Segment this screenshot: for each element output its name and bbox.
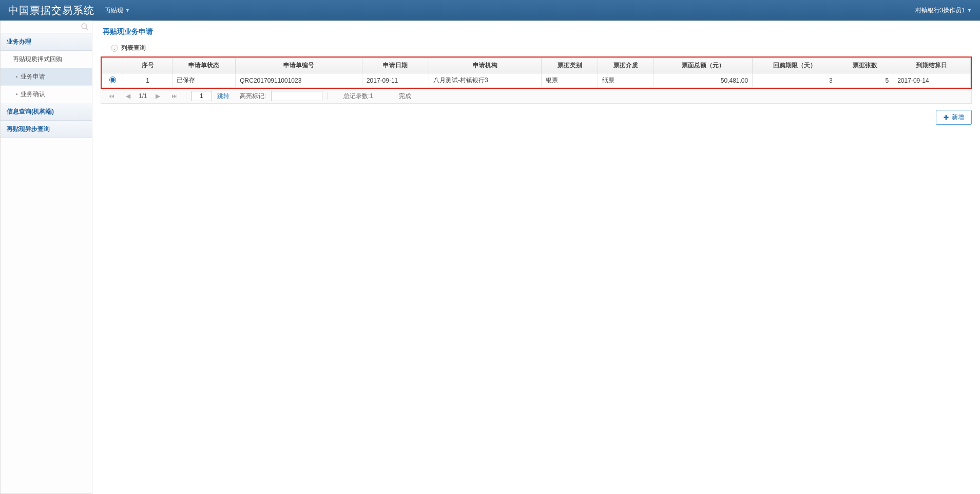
list-panel: ⌄ 列表查询 序号 申请单状态 申请单编号 申请日期 申请机构 [101, 44, 972, 125]
sidebar-subitem-apply[interactable]: 业务申请 [1, 68, 92, 86]
nav-dropdown[interactable]: 再贴现 ▼ [105, 6, 130, 15]
main-content: 再贴现业务申请 ⌄ 列表查询 序号 申请单状态 申请单 [92, 21, 980, 494]
nav-label: 再贴现 [105, 6, 123, 15]
cell-org: 八月测试-村镇银行3 [429, 73, 542, 88]
cell-status: 已保存 [172, 73, 235, 88]
add-button[interactable]: ✚ 新增 [936, 110, 972, 125]
pager-highlight-label: 高亮标记: [240, 92, 266, 101]
sidebar-section-business[interactable]: 业务办理 [1, 33, 92, 51]
pager-total: 总记录数:1 [343, 92, 373, 101]
svg-point-0 [82, 24, 87, 29]
sidebar-search[interactable] [1, 21, 92, 33]
collapse-icon[interactable]: ⌄ [111, 45, 118, 52]
table-container: 序号 申请单状态 申请单编号 申请日期 申请机构 票据类别 票据介质 票面总额（… [101, 56, 972, 89]
action-bar: ✚ 新增 [101, 110, 972, 125]
pager-first[interactable]: ⏮ [105, 91, 118, 101]
cell-amount: 50,481.00 [654, 73, 753, 88]
panel-title: 列表查询 [121, 44, 146, 52]
add-label: 新增 [952, 113, 964, 122]
plus-icon: ✚ [944, 114, 949, 121]
sidebar: 业务办理 再贴现质押式回购 业务申请 业务确认 信息查询(机构端) 再贴现异步查… [0, 21, 92, 494]
pager: ⏮ ◀ 1/1 ▶ ⏭ 跳转 高亮标记: 总记录数:1 完成 [101, 89, 972, 104]
sidebar-section-info-query[interactable]: 信息查询(机构端) [1, 103, 92, 121]
pager-prev[interactable]: ◀ [123, 91, 133, 101]
pager-info: 1/1 [139, 92, 147, 100]
col-seq: 序号 [123, 58, 172, 73]
sidebar-section-async-query[interactable]: 再贴现异步查询 [1, 121, 92, 138]
col-count: 票据张数 [837, 58, 893, 73]
cell-count: 5 [837, 73, 893, 88]
col-date: 申请日期 [362, 58, 429, 73]
col-term: 回购期限（天） [753, 58, 837, 73]
cell-date: 2017-09-11 [362, 73, 429, 88]
sidebar-subitem-confirm[interactable]: 业务确认 [1, 86, 92, 103]
sidebar-item-repo[interactable]: 再贴现质押式回购 [1, 51, 92, 68]
col-radio [102, 58, 123, 73]
pager-page-input[interactable] [191, 91, 212, 101]
cell-medium: 纸票 [598, 73, 654, 88]
pager-last[interactable]: ⏭ [168, 91, 181, 101]
data-table: 序号 申请单状态 申请单编号 申请日期 申请机构 票据类别 票据介质 票面总额（… [102, 58, 971, 88]
col-billtype: 票据类别 [542, 58, 598, 73]
table-header-row: 序号 申请单状态 申请单编号 申请日期 申请机构 票据类别 票据介质 票面总额（… [102, 58, 971, 73]
body-wrap: 业务办理 再贴现质押式回购 业务申请 业务确认 信息查询(机构端) 再贴现异步查… [0, 21, 980, 494]
cell-settle: 2017-09-14 [893, 73, 971, 88]
cell-appno: QRC20170911001023 [236, 73, 362, 88]
user-label: 村镇银行3操作员1 [915, 6, 965, 15]
col-amount: 票面总额（元） [654, 58, 753, 73]
col-status: 申请单状态 [172, 58, 235, 73]
chevron-down-icon: ▼ [967, 8, 972, 13]
bullet-icon [16, 93, 17, 95]
app-title: 中国票据交易系统 [8, 4, 94, 17]
cell-radio [102, 73, 123, 88]
panel-header: ⌄ 列表查询 [101, 44, 972, 52]
bullet-icon [16, 76, 17, 78]
user-dropdown[interactable]: 村镇银行3操作员1 ▼ [915, 6, 972, 15]
cell-billtype: 银票 [542, 73, 598, 88]
cell-term: 3 [753, 73, 837, 88]
svg-line-1 [86, 28, 88, 30]
pager-highlight-input[interactable] [271, 91, 322, 101]
pager-divider [186, 92, 186, 100]
col-settle: 到期结算日 [893, 58, 971, 73]
col-org: 申请机构 [429, 58, 542, 73]
page-title: 再贴现业务申请 [101, 27, 972, 36]
pager-status: 完成 [399, 92, 411, 101]
cell-seq: 1 [123, 73, 172, 88]
pager-divider [328, 92, 328, 100]
pager-jump-label[interactable]: 跳转 [217, 92, 229, 101]
col-medium: 票据介质 [598, 58, 654, 73]
header-left: 中国票据交易系统 再贴现 ▼ [8, 4, 130, 17]
col-appno: 申请单编号 [236, 58, 362, 73]
table-row[interactable]: 1 已保存 QRC20170911001023 2017-09-11 八月测试-… [102, 73, 971, 88]
chevron-down-icon: ▼ [125, 8, 130, 13]
pager-next[interactable]: ▶ [152, 91, 163, 101]
search-icon [81, 23, 89, 31]
app-header: 中国票据交易系统 再贴现 ▼ 村镇银行3操作员1 ▼ [0, 0, 980, 21]
row-radio[interactable] [109, 77, 116, 83]
